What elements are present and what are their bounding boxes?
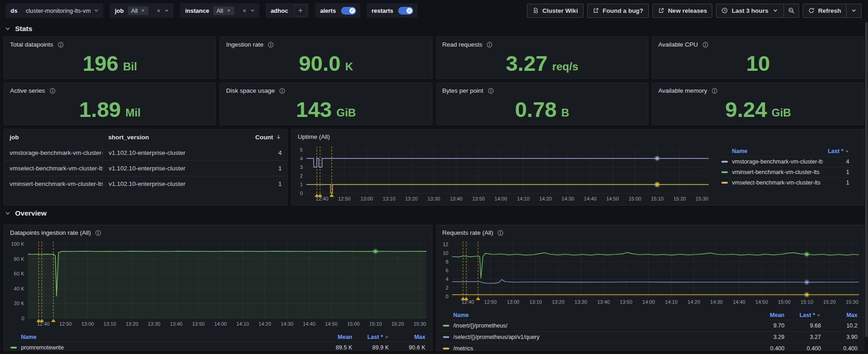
legend-row: /select/{}/prometheus/api/v1/query3.293.… <box>443 331 858 343</box>
refresh-button[interactable]: Refresh <box>803 4 846 17</box>
toggle-alerts[interactable]: ✓ <box>341 7 356 15</box>
close-icon[interactable] <box>156 8 161 13</box>
panel-title[interactable]: Available memory <box>652 83 864 96</box>
annotation-marker[interactable] <box>318 194 322 197</box>
legend-column-name[interactable]: Name <box>732 148 823 154</box>
uptime-plot[interactable]: 01234512:4012:5013:0013:1013:2013:3013:4… <box>292 142 712 205</box>
legend-column-name[interactable]: Name <box>21 334 316 340</box>
annotation-marker[interactable] <box>40 319 44 322</box>
info-icon[interactable] <box>279 88 285 94</box>
link-button-new-releases[interactable]: New releases <box>652 4 713 18</box>
info-icon[interactable] <box>486 42 493 48</box>
panel-title[interactable]: Active series <box>4 83 216 96</box>
close-icon[interactable] <box>242 8 247 13</box>
filter-clear-and-open[interactable] <box>238 8 259 13</box>
panel-title[interactable]: Ingestion rate <box>220 37 431 50</box>
link-button-found-a-bug-[interactable]: Found a bug? <box>587 4 649 18</box>
series-name[interactable]: /insert/{}/prometheus/ <box>453 322 748 329</box>
info-icon[interactable] <box>268 42 274 48</box>
section-stats[interactable]: Stats <box>0 21 868 37</box>
series-color-swatch[interactable] <box>11 347 17 349</box>
annotation-marker[interactable] <box>330 194 334 197</box>
legend-column-mean[interactable]: Mean <box>748 312 784 318</box>
toggle-restarts[interactable]: ✓ <box>398 7 413 15</box>
series-color-swatch[interactable] <box>721 182 728 184</box>
filter-clear-and-open[interactable] <box>152 8 174 13</box>
column-header-job[interactable]: job <box>4 134 103 141</box>
legend-column-last[interactable]: Last * <box>352 334 389 340</box>
requests-plot[interactable]: 02468101212:4012:5013:0013:1013:2013:301… <box>437 238 864 307</box>
scrollbar-thumb[interactable] <box>865 22 868 337</box>
annotation-marker[interactable] <box>476 297 480 300</box>
info-icon[interactable] <box>58 42 64 48</box>
column-header-short-version[interactable]: short_version <box>103 134 233 141</box>
svg-text:14:30: 14:30 <box>562 196 574 201</box>
link-button-cluster-wiki[interactable]: Cluster Wiki <box>527 4 584 18</box>
panel-title[interactable]: Disk space usage <box>220 83 431 96</box>
filter-ds-dropdown[interactable]: cluster-monitoring-lts-vm <box>21 3 103 18</box>
info-icon[interactable] <box>711 88 718 94</box>
series-name[interactable]: promremotewrite <box>21 344 316 351</box>
zoom-out-button[interactable] <box>784 4 799 17</box>
dashboard-actions: Cluster WikiFound a bug?New releases Las… <box>527 4 862 18</box>
cell-short-version: v1.102.10-enterprise-cluster <box>103 176 233 191</box>
legend-column-max[interactable]: Max <box>389 334 426 340</box>
panel-title[interactable]: Total datapoints <box>4 37 216 50</box>
annotation-marker[interactable] <box>51 319 56 322</box>
info-icon[interactable] <box>702 42 709 48</box>
info-icon[interactable] <box>497 230 504 236</box>
adhoc-add-filter-button[interactable] <box>294 5 307 16</box>
ingestion-plot[interactable]: 020 K40 K60 K80 K100 K12:4012:5013:0013:… <box>4 238 432 329</box>
data-point-marker[interactable] <box>656 157 658 160</box>
series-color-swatch[interactable] <box>721 161 728 163</box>
data-point-marker[interactable] <box>805 293 808 296</box>
close-icon[interactable] <box>226 8 231 13</box>
panel-title[interactable]: Available CPU <box>652 37 864 50</box>
series-name[interactable]: vmstorage-benchmark-vm-cluster-lts <box>732 159 823 165</box>
stat-unit: GiB <box>772 106 791 119</box>
column-header-count[interactable]: Count <box>233 129 287 145</box>
legend-column-last[interactable]: Last * <box>784 312 821 318</box>
info-icon[interactable] <box>488 88 494 94</box>
info-icon[interactable] <box>95 230 101 236</box>
series-color-swatch[interactable] <box>443 348 449 349</box>
page-scrollbar[interactable] <box>865 0 868 354</box>
cell-job: vminsert-benchmark-vm-cluster-lts <box>4 180 103 187</box>
series-name[interactable]: /select/{}/prometheus/api/v1/query <box>453 334 748 340</box>
legend-column-name[interactable]: Name <box>453 312 748 318</box>
info-icon[interactable] <box>49 88 56 94</box>
data-point-marker[interactable] <box>805 253 808 256</box>
refresh-interval-dropdown[interactable] <box>846 4 861 17</box>
legend-column-mean[interactable]: Mean <box>316 334 352 340</box>
filter-label: ds <box>5 7 21 14</box>
close-icon[interactable] <box>141 8 145 13</box>
time-range-picker[interactable]: Last 3 hours <box>716 4 783 17</box>
panel-title[interactable]: Requests rate (All) <box>437 225 864 238</box>
panel-title[interactable]: Uptime (All) <box>292 129 864 142</box>
panel-title[interactable]: Bytes per point <box>437 83 648 96</box>
svg-text:13:30: 13:30 <box>427 196 440 201</box>
series-color-swatch[interactable] <box>443 325 449 327</box>
legend-row: vminsert-benchmark-vm-cluster-lts1 <box>721 167 849 177</box>
caret-down-icon[interactable] <box>164 8 169 13</box>
series-color-swatch[interactable] <box>443 336 449 338</box>
data-point-marker[interactable] <box>656 183 658 186</box>
panel-title[interactable]: Read requests <box>437 37 648 50</box>
series-name[interactable]: vmselect-benchmark-vm-cluster-lts <box>732 180 823 186</box>
caret-down-icon[interactable] <box>250 8 255 13</box>
series-color-swatch[interactable] <box>721 171 728 173</box>
legend-column-max[interactable]: Max <box>821 312 857 318</box>
data-point-marker[interactable] <box>805 281 808 284</box>
legend-column-last[interactable]: Last * <box>823 148 849 154</box>
series-name[interactable]: vminsert-benchmark-vm-cluster-lts <box>732 169 823 175</box>
stat-number: 90.0 <box>299 53 340 74</box>
uptime-legend: NameLast *vmstorage-benchmark-vm-cluster… <box>712 142 864 207</box>
filter-value-chip[interactable]: All <box>128 6 148 15</box>
section-overview[interactable]: Overview <box>0 206 868 221</box>
data-point-marker[interactable] <box>374 250 377 253</box>
annotation-marker[interactable] <box>464 297 468 300</box>
panel-title[interactable]: Datapoints ingestion rate (All) <box>4 225 432 238</box>
legend-column-label: Mean <box>338 334 352 340</box>
filter-value-chip[interactable]: All <box>213 6 234 15</box>
series-name[interactable]: /metrics <box>453 345 748 351</box>
